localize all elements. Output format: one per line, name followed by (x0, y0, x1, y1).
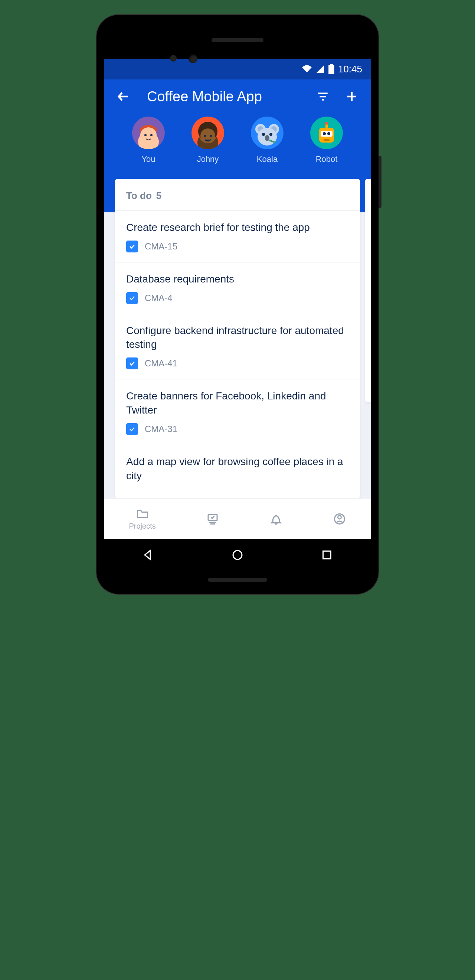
column-count: 5 (156, 190, 161, 202)
svg-rect-22 (321, 130, 332, 137)
svg-point-5 (150, 134, 153, 136)
issue-card[interactable]: Database requirementsCMA-4 (115, 262, 360, 314)
avatar-label: Robot (316, 154, 338, 164)
issue-card[interactable]: Configure backend infrastructure for aut… (115, 314, 360, 379)
svg-point-33 (233, 550, 242, 559)
android-nav-bar (103, 539, 372, 573)
nav-label: Projects (129, 522, 156, 530)
screen: 10:45 Coffee Mobile App (104, 59, 371, 539)
svg-point-11 (210, 135, 212, 137)
svg-rect-0 (329, 65, 334, 74)
card-meta: CMA-41 (126, 358, 349, 369)
android-home-button[interactable] (231, 548, 244, 563)
svg-point-19 (265, 135, 269, 141)
avatar-koala[interactable]: Koala (251, 116, 283, 164)
issue-card[interactable]: Create research brief for testing the ap… (115, 210, 360, 262)
card-title: Create research brief for testing the ap… (126, 221, 349, 235)
battery-icon (329, 64, 334, 74)
filter-button[interactable] (314, 88, 332, 105)
svg-rect-34 (323, 551, 331, 559)
issue-key: CMA-4 (145, 293, 173, 303)
card-title: Configure backend infrastructure for aut… (126, 324, 349, 352)
bottom-nav: Projects (104, 498, 371, 539)
issue-key: CMA-15 (145, 241, 177, 252)
svg-point-32 (338, 515, 341, 519)
status-time: 10:45 (338, 64, 362, 75)
avatar-johny[interactable]: Johny (192, 116, 224, 164)
avatar-label: You (141, 154, 155, 164)
avatar-label: Koala (257, 154, 278, 164)
cell-signal-icon (316, 65, 325, 73)
assignee-avatars: You Johny (104, 105, 371, 179)
nav-boards[interactable] (206, 512, 219, 526)
svg-point-23 (323, 132, 326, 135)
card-title: Add a map view for browsing coffee place… (126, 455, 349, 483)
nav-profile[interactable] (333, 512, 346, 526)
avatar-label: Johny (197, 154, 219, 164)
app-bar: Coffee Mobile App (104, 80, 371, 105)
device-bottom-speaker (103, 573, 372, 587)
card-title: Database requirements (126, 272, 349, 286)
svg-point-27 (325, 122, 328, 125)
card-list[interactable]: Create research brief for testing the ap… (115, 210, 360, 498)
card-meta: CMA-15 (126, 240, 349, 253)
issue-key: CMA-41 (145, 358, 177, 369)
back-button[interactable] (114, 88, 132, 105)
card-meta: CMA-31 (126, 423, 349, 435)
board-icon (206, 512, 219, 526)
nav-notifications[interactable] (269, 512, 283, 526)
nav-projects[interactable]: Projects (129, 507, 156, 530)
svg-point-3 (140, 127, 157, 143)
svg-point-10 (204, 135, 206, 137)
svg-point-4 (145, 134, 146, 136)
board-area[interactable]: To do 5 Create research brief for testin… (104, 179, 371, 498)
avatar-you[interactable]: You (132, 116, 165, 164)
avatar-robot[interactable]: Robot (310, 116, 343, 164)
issue-card[interactable]: Create banners for Facebook, Linkedin an… (115, 379, 360, 445)
wifi-icon (302, 65, 312, 73)
next-column-peek[interactable] (365, 179, 371, 402)
task-type-icon (126, 423, 138, 435)
avatar-image (132, 116, 165, 149)
android-back-button[interactable] (141, 548, 155, 563)
column-header: To do 5 (115, 179, 360, 210)
column-title: To do (126, 190, 152, 202)
avatar-image (192, 116, 224, 149)
card-meta: CMA-4 (126, 292, 349, 304)
device-speaker-area (103, 22, 372, 59)
bell-icon (269, 512, 283, 526)
issue-key: CMA-31 (145, 424, 177, 434)
avatar-image (251, 116, 283, 149)
svg-rect-25 (324, 139, 329, 141)
page-title: Coffee Mobile App (143, 89, 303, 105)
issue-card[interactable]: Add a map view for browsing coffee place… (115, 445, 360, 498)
task-type-icon (126, 292, 138, 304)
add-button[interactable] (343, 88, 361, 105)
task-type-icon (126, 358, 138, 369)
task-type-icon (126, 240, 138, 253)
status-bar: 10:45 (104, 59, 371, 80)
board-column-todo: To do 5 Create research brief for testin… (115, 179, 360, 498)
folder-icon (136, 507, 149, 520)
svg-point-24 (327, 132, 330, 135)
card-title: Create banners for Facebook, Linkedin an… (126, 389, 349, 417)
svg-rect-1 (330, 64, 333, 65)
avatar-image (310, 116, 343, 149)
device-frame: 10:45 Coffee Mobile App (97, 15, 378, 594)
android-recents-button[interactable] (320, 548, 334, 563)
svg-point-18 (269, 133, 272, 136)
profile-icon (333, 512, 346, 526)
svg-point-17 (262, 133, 265, 136)
